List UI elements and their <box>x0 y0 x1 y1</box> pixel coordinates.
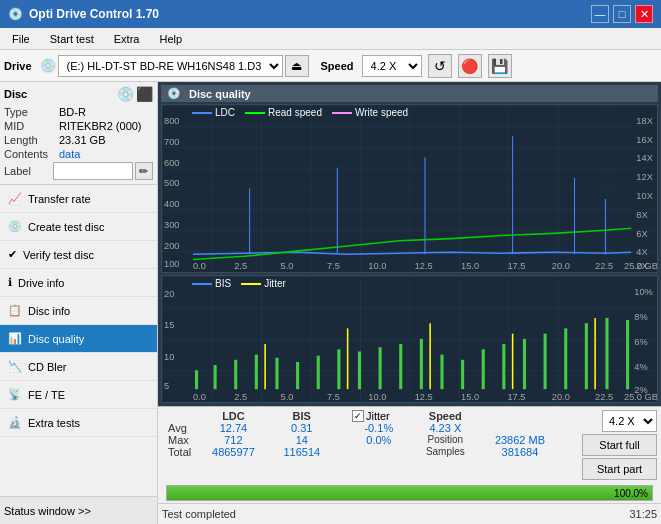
svg-rect-0 <box>162 105 657 272</box>
jitter-header-cell: ✓ Jitter <box>346 410 412 422</box>
speed-select[interactable]: 4.2 X <box>362 55 422 77</box>
stats-controls: 4.2 X Start full Start part <box>567 410 657 480</box>
bottom-chart-legend: BIS Jitter <box>192 278 286 289</box>
menu-file[interactable]: File <box>4 31 38 47</box>
drive-icon: 💿 <box>40 58 56 73</box>
stats-panel: LDC BIS ✓ Jitter Speed <box>158 406 661 483</box>
svg-text:12.5: 12.5 <box>415 392 433 402</box>
svg-text:22.5: 22.5 <box>595 261 613 271</box>
svg-text:800: 800 <box>164 116 179 126</box>
svg-text:17.5: 17.5 <box>507 261 525 271</box>
sidebar-item-disc-quality[interactable]: 📊 Disc quality <box>0 325 157 353</box>
svg-rect-62 <box>317 356 320 390</box>
record-button[interactable]: 🔴 <box>458 54 482 78</box>
sidebar-item-cd-bler[interactable]: 📉 CD Bler <box>0 353 157 381</box>
time-text: 31:25 <box>629 508 657 520</box>
svg-text:6X: 6X <box>636 228 648 238</box>
chart-area: 💿 Disc quality LDC Read speed <box>158 82 661 406</box>
read-legend-color <box>245 112 265 114</box>
disc-eject-icon[interactable]: 💿 <box>117 86 134 102</box>
disc-type-row: Type BD-R <box>4 106 153 118</box>
menu-help[interactable]: Help <box>151 31 190 47</box>
length-value: 23.31 GB <box>59 134 105 146</box>
start-part-button[interactable]: Start part <box>582 458 657 480</box>
chart-header: 💿 Disc quality <box>161 85 658 102</box>
speed-label: Speed <box>321 60 354 72</box>
avg-label: Avg <box>162 422 197 434</box>
write-legend-color <box>332 112 352 114</box>
app-title: Opti Drive Control 1.70 <box>29 7 159 21</box>
label-edit-button[interactable]: ✏ <box>135 162 153 180</box>
total-label: Total <box>162 446 197 458</box>
contents-value: data <box>59 148 80 160</box>
sidebar-item-create-test-disc[interactable]: 💿 Create test disc <box>0 213 157 241</box>
drive-select[interactable]: (E:) HL-DT-ST BD-RE WH16NS48 1.D3 <box>58 55 283 77</box>
svg-text:12.5: 12.5 <box>415 261 433 271</box>
maximize-button[interactable]: □ <box>613 5 631 23</box>
svg-text:20: 20 <box>164 289 174 299</box>
svg-text:6%: 6% <box>634 337 647 347</box>
sidebar-item-transfer-rate[interactable]: 📈 Transfer rate <box>0 185 157 213</box>
stats-content: LDC BIS ✓ Jitter Speed <box>162 410 657 480</box>
start-full-button[interactable]: Start full <box>582 434 657 456</box>
svg-rect-56 <box>195 370 198 389</box>
svg-text:15: 15 <box>164 320 174 330</box>
sidebar-item-fe-te[interactable]: 📡 FE / TE <box>0 381 157 409</box>
save-button[interactable]: 💾 <box>488 54 512 78</box>
svg-text:18X: 18X <box>636 116 653 126</box>
disc-info-icon: 📋 <box>8 304 22 317</box>
svg-rect-58 <box>234 360 237 389</box>
bis-header: BIS <box>270 410 334 422</box>
right-panel: 💿 Disc quality LDC Read speed <box>158 82 661 524</box>
stats-table-container: LDC BIS ✓ Jitter Speed <box>162 410 561 458</box>
svg-text:5.0: 5.0 <box>281 392 294 402</box>
speed-header: Speed <box>412 410 479 422</box>
contents-label: Contents <box>4 148 59 160</box>
menu-extra[interactable]: Extra <box>106 31 148 47</box>
svg-rect-66 <box>399 344 402 389</box>
minimize-button[interactable]: — <box>591 5 609 23</box>
ldc-legend: LDC <box>192 107 235 118</box>
refresh-button[interactable]: ↺ <box>428 54 452 78</box>
max-label: Max <box>162 434 197 446</box>
close-button[interactable]: ✕ <box>635 5 653 23</box>
bis-legend-label: BIS <box>215 278 231 289</box>
svg-text:20.0: 20.0 <box>552 261 570 271</box>
position-value: 23862 MB <box>479 434 561 446</box>
label-input[interactable] <box>53 162 133 180</box>
sidebar-item-verify-test-disc[interactable]: ✔ Verify test disc <box>0 241 157 269</box>
disc-header: Disc 💿 ⬛ <box>4 86 153 102</box>
svg-text:200: 200 <box>164 241 179 251</box>
svg-text:8%: 8% <box>634 312 647 322</box>
sidebar-item-disc-info[interactable]: 📋 Disc info <box>0 297 157 325</box>
sidebar-item-extra-tests[interactable]: 🔬 Extra tests <box>0 409 157 437</box>
svg-rect-60 <box>275 358 278 389</box>
stats-table: LDC BIS ✓ Jitter Speed <box>162 410 561 458</box>
svg-text:17.5: 17.5 <box>507 392 525 402</box>
avg-ldc: 12.74 <box>197 422 269 434</box>
menu-start-test[interactable]: Start test <box>42 31 102 47</box>
disc-scan-icon[interactable]: ⬛ <box>136 86 153 102</box>
status-bar: Test completed 31:25 <box>158 503 661 524</box>
top-chart-legend: LDC Read speed Write speed <box>192 107 408 118</box>
position-label: Position <box>412 434 479 446</box>
top-chart: LDC Read speed Write speed <box>161 104 658 273</box>
eject-button[interactable]: ⏏ <box>285 55 309 77</box>
type-value: BD-R <box>59 106 86 118</box>
svg-rect-61 <box>296 362 299 389</box>
svg-text:14X: 14X <box>636 153 653 163</box>
sidebar-item-drive-info[interactable]: ℹ Drive info <box>0 269 157 297</box>
stats-speed-select[interactable]: 4.2 X <box>602 410 657 432</box>
disc-title: Disc <box>4 88 27 100</box>
svg-text:4%: 4% <box>634 362 647 372</box>
status-window[interactable]: Status window >> <box>0 496 157 524</box>
stats-total-row: Total 4865977 116514 Samples 381684 <box>162 446 561 458</box>
sidebar: Disc 💿 ⬛ Type BD-R MID RITEKBR2 (000) Le… <box>0 82 158 524</box>
svg-text:10.0: 10.0 <box>368 392 386 402</box>
svg-text:700: 700 <box>164 137 179 147</box>
svg-rect-68 <box>440 355 443 390</box>
jitter-checkbox[interactable]: ✓ <box>352 410 364 422</box>
svg-rect-67 <box>420 339 423 389</box>
disc-label-row: Label ✏ <box>4 162 153 180</box>
create-test-disc-icon: 💿 <box>8 220 22 233</box>
